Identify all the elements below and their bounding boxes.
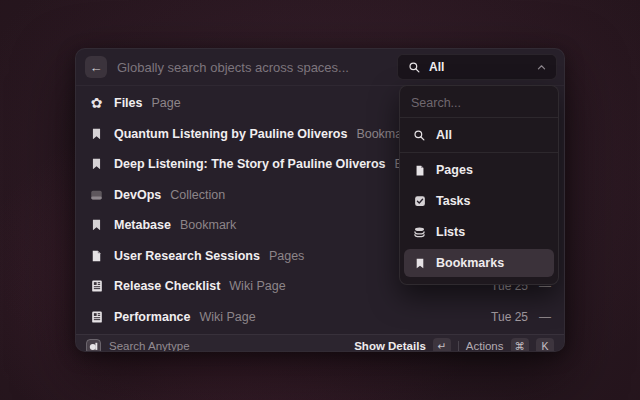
footer-divider (458, 341, 459, 352)
collection-icon (88, 188, 105, 202)
command-key-icon: ⌘ (511, 338, 530, 352)
chevron-up-icon (536, 62, 547, 73)
search-topbar: ← All (76, 49, 564, 86)
search-icon (412, 129, 427, 142)
back-arrow-icon: ← (90, 60, 103, 75)
result-type: Page (152, 96, 181, 110)
dropdown-search (400, 86, 558, 117)
bookmark-icon (88, 157, 105, 171)
filter-option-label: All (436, 128, 452, 142)
checkbox-icon (412, 195, 427, 207)
flower-icon: ✿ (88, 96, 105, 110)
result-type: Wiki Page (229, 279, 285, 293)
result-title: Deep Listening: The Story of Pauline Oli… (114, 157, 386, 171)
filter-option-label: Tasks (436, 194, 471, 208)
filter-option-label: Pages (436, 163, 473, 177)
result-title: User Research Sessions (114, 249, 260, 263)
filter-dropdown-panel: All Pages Tasks Lists Bookmarks (399, 85, 559, 285)
dropdown-separator (400, 152, 558, 153)
bookmark-icon (88, 218, 105, 232)
result-title: Metabase (114, 218, 171, 232)
result-title: Files (114, 96, 143, 110)
k-key-icon: K (536, 338, 554, 352)
filter-option-pages[interactable]: Pages (404, 156, 554, 184)
result-title: Quantum Listening by Pauline Oliveros (114, 127, 347, 141)
result-row-performance[interactable]: Performance Wiki Page Tue 25 — (76, 302, 564, 333)
result-type: Pages (269, 249, 304, 263)
actions-button[interactable]: Actions (466, 340, 504, 352)
anytype-logo-icon (86, 339, 101, 353)
result-title: Release Checklist (114, 279, 220, 293)
filter-option-tasks[interactable]: Tasks (404, 187, 554, 215)
more-dash-icon[interactable]: — (539, 310, 550, 324)
filter-dropdown-button[interactable]: All (397, 54, 557, 80)
result-title: DevOps (114, 188, 161, 202)
page-icon (412, 164, 427, 177)
search-footer: Search Anytype Show Details ↵ Actions ⌘ … (76, 334, 564, 352)
filter-option-bookmarks[interactable]: Bookmarks (404, 249, 554, 277)
filter-option-lists[interactable]: Lists (404, 218, 554, 246)
page-icon (88, 249, 105, 263)
enter-key-icon: ↵ (433, 338, 451, 352)
filter-selected-value: All (429, 60, 444, 74)
filter-option-all[interactable]: All (404, 121, 554, 149)
layers-icon (412, 226, 427, 239)
wiki-page-icon (88, 279, 105, 293)
result-title: Performance (114, 310, 190, 324)
global-search-input[interactable] (117, 60, 387, 75)
filter-option-label: Bookmarks (436, 256, 504, 270)
bookmark-icon (88, 127, 105, 141)
show-details-button[interactable]: Show Details (354, 340, 426, 352)
dropdown-search-input[interactable] (411, 96, 547, 110)
dropdown-separator (400, 117, 558, 118)
result-date: Tue 25 (491, 310, 528, 324)
search-icon (407, 61, 422, 74)
global-search-modal: ← All ✿ Files Page Quantum Listening by … (75, 48, 565, 352)
filter-option-label: Lists (436, 225, 465, 239)
footer-left-label: Search Anytype (109, 340, 190, 352)
result-type: Collection (170, 188, 225, 202)
bookmark-icon (412, 257, 427, 270)
result-type: Bookmark (180, 218, 236, 232)
wiki-page-icon (88, 310, 105, 324)
back-button[interactable]: ← (85, 56, 107, 78)
result-type: Wiki Page (199, 310, 255, 324)
